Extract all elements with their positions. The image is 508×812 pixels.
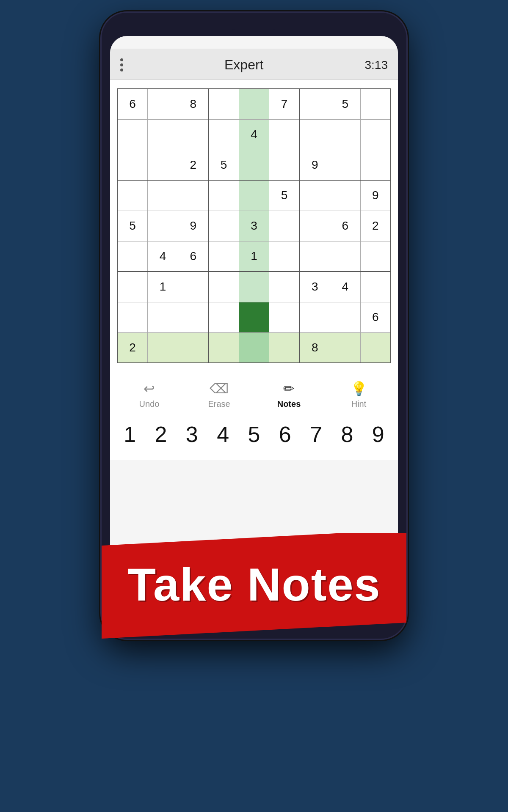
table-row[interactable]	[239, 89, 269, 119]
table-row[interactable]: 4	[239, 119, 269, 150]
table-row[interactable]: 6	[330, 211, 360, 241]
table-row[interactable]	[300, 302, 330, 332]
table-row[interactable]	[330, 332, 360, 363]
table-row[interactable]	[178, 119, 209, 150]
table-row[interactable]: 5	[330, 89, 360, 119]
num-7-button[interactable]: 7	[304, 422, 329, 447]
table-row[interactable]	[330, 180, 360, 211]
table-row[interactable]	[239, 302, 269, 332]
table-row[interactable]: 3	[239, 211, 269, 241]
table-row[interactable]: 3	[300, 272, 330, 302]
table-row[interactable]: 1	[239, 241, 269, 272]
table-row[interactable]	[148, 150, 178, 180]
table-row[interactable]	[300, 119, 330, 150]
menu-button[interactable]	[120, 58, 123, 71]
table-row[interactable]	[148, 332, 178, 363]
table-row[interactable]	[178, 332, 209, 363]
sudoku-grid[interactable]: 687542595959362461134628	[117, 88, 391, 363]
table-row[interactable]: 9	[178, 211, 209, 241]
table-row[interactable]	[300, 211, 330, 241]
table-row[interactable]: 4	[330, 272, 360, 302]
table-row[interactable]: 2	[360, 211, 391, 241]
table-row[interactable]	[269, 241, 300, 272]
table-row[interactable]	[239, 272, 269, 302]
num-8-button[interactable]: 8	[334, 422, 360, 447]
table-row[interactable]	[239, 332, 269, 363]
table-row[interactable]	[148, 211, 178, 241]
hint-button[interactable]: Hint	[340, 381, 378, 409]
table-row[interactable]: 4	[148, 241, 178, 272]
table-row[interactable]	[178, 272, 209, 302]
table-row[interactable]	[239, 180, 269, 211]
table-row[interactable]: 9	[300, 150, 330, 180]
num-9-button[interactable]: 9	[365, 422, 391, 447]
table-row[interactable]	[178, 302, 209, 332]
table-row[interactable]	[208, 302, 239, 332]
table-row[interactable]	[269, 332, 300, 363]
table-row[interactable]	[117, 150, 148, 180]
table-row[interactable]	[360, 119, 391, 150]
num-1-button[interactable]: 1	[117, 422, 143, 447]
table-row[interactable]	[269, 119, 300, 150]
table-row[interactable]	[360, 89, 391, 119]
table-row[interactable]	[330, 241, 360, 272]
menu-dot	[120, 58, 123, 61]
notes-button[interactable]: Notes	[270, 381, 308, 409]
table-row[interactable]	[117, 241, 148, 272]
table-row[interactable]	[269, 150, 300, 180]
table-row[interactable]	[117, 302, 148, 332]
table-row[interactable]	[269, 211, 300, 241]
table-row[interactable]	[330, 302, 360, 332]
table-row[interactable]: 5	[269, 180, 300, 211]
table-row[interactable]: 6	[360, 302, 391, 332]
table-row[interactable]	[178, 180, 209, 211]
table-row[interactable]	[239, 150, 269, 180]
table-row[interactable]: 5	[117, 211, 148, 241]
num-5-button[interactable]: 5	[241, 422, 267, 447]
num-3-button[interactable]: 3	[179, 422, 204, 447]
table-row[interactable]	[148, 89, 178, 119]
undo-button[interactable]: Undo	[130, 381, 168, 409]
table-row[interactable]	[300, 89, 330, 119]
table-row[interactable]	[300, 180, 330, 211]
table-row[interactable]: 6	[178, 241, 209, 272]
table-row[interactable]	[269, 302, 300, 332]
table-row[interactable]	[300, 241, 330, 272]
table-row[interactable]: 9	[360, 180, 391, 211]
table-row[interactable]	[148, 302, 178, 332]
table-row[interactable]	[269, 272, 300, 302]
table-row[interactable]	[208, 180, 239, 211]
num-6-button[interactable]: 6	[272, 422, 298, 447]
table-row[interactable]: 2	[178, 150, 209, 180]
erase-button[interactable]: Erase	[200, 381, 238, 409]
table-row[interactable]: 8	[300, 332, 330, 363]
table-row[interactable]	[117, 180, 148, 211]
table-row[interactable]	[208, 272, 239, 302]
table-row[interactable]: 2	[117, 332, 148, 363]
grid-container[interactable]: 687542595959362461134628	[110, 80, 398, 372]
num-4-button[interactable]: 4	[210, 422, 236, 447]
app-title: Expert	[224, 57, 263, 73]
table-row[interactable]	[148, 119, 178, 150]
table-row[interactable]: 8	[178, 89, 209, 119]
table-row[interactable]	[360, 272, 391, 302]
table-row[interactable]	[208, 332, 239, 363]
table-row[interactable]	[360, 332, 391, 363]
table-row[interactable]	[117, 119, 148, 150]
table-row[interactable]	[117, 272, 148, 302]
table-row[interactable]	[360, 150, 391, 180]
table-row[interactable]	[360, 241, 391, 272]
erase-icon	[210, 381, 229, 397]
table-row[interactable]: 6	[117, 89, 148, 119]
num-2-button[interactable]: 2	[148, 422, 174, 447]
table-row[interactable]	[208, 241, 239, 272]
table-row[interactable]: 5	[208, 150, 239, 180]
table-row[interactable]: 1	[148, 272, 178, 302]
table-row[interactable]	[330, 150, 360, 180]
table-row[interactable]	[148, 180, 178, 211]
table-row[interactable]	[330, 119, 360, 150]
table-row[interactable]: 7	[269, 89, 300, 119]
table-row[interactable]	[208, 211, 239, 241]
table-row[interactable]	[208, 89, 239, 119]
table-row[interactable]	[208, 119, 239, 150]
